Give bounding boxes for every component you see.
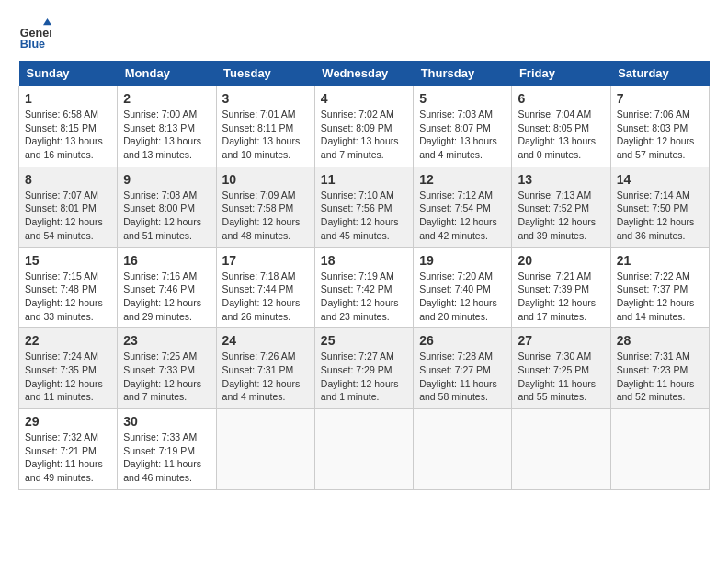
calendar-week-4: 22Sunrise: 7:24 AMSunset: 7:35 PMDayligh… bbox=[19, 328, 710, 409]
day-cell-6: 6Sunrise: 7:04 AMSunset: 8:05 PMDaylight… bbox=[512, 86, 610, 167]
day-number: 11 bbox=[321, 172, 407, 187]
day-number: 22 bbox=[25, 333, 111, 348]
day-info: Sunrise: 7:28 AMSunset: 7:27 PMDaylight:… bbox=[419, 350, 506, 404]
day-number: 24 bbox=[222, 333, 309, 348]
day-number: 9 bbox=[123, 172, 210, 187]
day-cell-26: 26Sunrise: 7:28 AMSunset: 7:27 PMDayligh… bbox=[414, 328, 512, 409]
day-number: 28 bbox=[617, 333, 703, 348]
day-cell-8: 8Sunrise: 7:07 AMSunset: 8:01 PMDaylight… bbox=[19, 167, 118, 247]
day-info: Sunrise: 7:07 AMSunset: 8:01 PMDaylight:… bbox=[25, 189, 111, 243]
weekday-tuesday: Tuesday bbox=[216, 61, 314, 86]
day-number: 7 bbox=[617, 91, 703, 106]
day-cell-9: 9Sunrise: 7:08 AMSunset: 8:00 PMDaylight… bbox=[118, 167, 216, 247]
calendar-body: 1Sunrise: 6:58 AMSunset: 8:15 PMDaylight… bbox=[19, 86, 710, 490]
day-info: Sunrise: 7:02 AMSunset: 8:09 PMDaylight:… bbox=[321, 108, 407, 162]
weekday-sunday: Sunday bbox=[19, 61, 118, 86]
day-cell-17: 17Sunrise: 7:18 AMSunset: 7:44 PMDayligh… bbox=[216, 247, 314, 328]
day-cell-12: 12Sunrise: 7:12 AMSunset: 7:54 PMDayligh… bbox=[414, 167, 512, 247]
weekday-wednesday: Wednesday bbox=[314, 61, 413, 86]
day-number: 6 bbox=[518, 91, 604, 106]
calendar-week-1: 1Sunrise: 6:58 AMSunset: 8:15 PMDaylight… bbox=[19, 86, 710, 167]
day-cell-16: 16Sunrise: 7:16 AMSunset: 7:46 PMDayligh… bbox=[118, 247, 216, 328]
day-info: Sunrise: 7:00 AMSunset: 8:13 PMDaylight:… bbox=[123, 108, 210, 162]
day-number: 16 bbox=[123, 253, 210, 268]
weekday-header-row: SundayMondayTuesdayWednesdayThursdayFrid… bbox=[19, 61, 710, 86]
day-cell-18: 18Sunrise: 7:19 AMSunset: 7:42 PMDayligh… bbox=[314, 247, 413, 328]
empty-cell bbox=[314, 409, 413, 490]
day-cell-21: 21Sunrise: 7:22 AMSunset: 7:37 PMDayligh… bbox=[610, 247, 709, 328]
day-info: Sunrise: 7:08 AMSunset: 8:00 PMDaylight:… bbox=[123, 189, 210, 243]
day-cell-28: 28Sunrise: 7:31 AMSunset: 7:23 PMDayligh… bbox=[610, 328, 709, 409]
day-info: Sunrise: 7:30 AMSunset: 7:25 PMDaylight:… bbox=[518, 350, 604, 404]
day-number: 19 bbox=[419, 253, 506, 268]
day-cell-3: 3Sunrise: 7:01 AMSunset: 8:11 PMDaylight… bbox=[216, 86, 314, 167]
day-cell-15: 15Sunrise: 7:15 AMSunset: 7:48 PMDayligh… bbox=[19, 247, 118, 328]
day-info: Sunrise: 7:26 AMSunset: 7:31 PMDaylight:… bbox=[222, 350, 309, 404]
calendar-week-3: 15Sunrise: 7:15 AMSunset: 7:48 PMDayligh… bbox=[19, 247, 710, 328]
empty-cell bbox=[216, 409, 314, 490]
day-number: 27 bbox=[518, 333, 604, 348]
day-cell-23: 23Sunrise: 7:25 AMSunset: 7:33 PMDayligh… bbox=[118, 328, 216, 409]
day-info: Sunrise: 7:22 AMSunset: 7:37 PMDaylight:… bbox=[617, 270, 703, 324]
empty-cell bbox=[512, 409, 610, 490]
day-info: Sunrise: 7:09 AMSunset: 7:58 PMDaylight:… bbox=[222, 189, 309, 243]
day-cell-14: 14Sunrise: 7:14 AMSunset: 7:50 PMDayligh… bbox=[610, 167, 709, 247]
day-cell-20: 20Sunrise: 7:21 AMSunset: 7:39 PMDayligh… bbox=[512, 247, 610, 328]
day-number: 18 bbox=[321, 253, 407, 268]
day-cell-10: 10Sunrise: 7:09 AMSunset: 7:58 PMDayligh… bbox=[216, 167, 314, 247]
day-info: Sunrise: 7:32 AMSunset: 7:21 PMDaylight:… bbox=[25, 431, 111, 485]
weekday-friday: Friday bbox=[512, 61, 610, 86]
day-cell-13: 13Sunrise: 7:13 AMSunset: 7:52 PMDayligh… bbox=[512, 167, 610, 247]
day-info: Sunrise: 7:27 AMSunset: 7:29 PMDaylight:… bbox=[321, 350, 407, 404]
day-info: Sunrise: 7:12 AMSunset: 7:54 PMDaylight:… bbox=[419, 189, 506, 243]
day-info: Sunrise: 6:58 AMSunset: 8:15 PMDaylight:… bbox=[25, 108, 111, 162]
day-info: Sunrise: 7:21 AMSunset: 7:39 PMDaylight:… bbox=[518, 270, 604, 324]
day-number: 25 bbox=[321, 333, 407, 348]
logo-icon: General Blue bbox=[18, 18, 51, 52]
calendar-table: SundayMondayTuesdayWednesdayThursdayFrid… bbox=[18, 61, 710, 490]
day-cell-25: 25Sunrise: 7:27 AMSunset: 7:29 PMDayligh… bbox=[314, 328, 413, 409]
day-info: Sunrise: 7:14 AMSunset: 7:50 PMDaylight:… bbox=[617, 189, 703, 243]
day-cell-29: 29Sunrise: 7:32 AMSunset: 7:21 PMDayligh… bbox=[19, 409, 118, 490]
logo: General Blue bbox=[18, 18, 55, 52]
day-number: 12 bbox=[419, 172, 506, 187]
day-number: 2 bbox=[123, 91, 210, 106]
day-info: Sunrise: 7:03 AMSunset: 8:07 PMDaylight:… bbox=[419, 108, 506, 162]
day-info: Sunrise: 7:20 AMSunset: 7:40 PMDaylight:… bbox=[419, 270, 506, 324]
calendar-week-2: 8Sunrise: 7:07 AMSunset: 8:01 PMDaylight… bbox=[19, 167, 710, 247]
day-number: 23 bbox=[123, 333, 210, 348]
day-cell-5: 5Sunrise: 7:03 AMSunset: 8:07 PMDaylight… bbox=[414, 86, 512, 167]
day-info: Sunrise: 7:15 AMSunset: 7:48 PMDaylight:… bbox=[25, 270, 111, 324]
day-cell-1: 1Sunrise: 6:58 AMSunset: 8:15 PMDaylight… bbox=[19, 86, 118, 167]
day-number: 29 bbox=[25, 414, 111, 429]
day-info: Sunrise: 7:13 AMSunset: 7:52 PMDaylight:… bbox=[518, 189, 604, 243]
day-info: Sunrise: 7:18 AMSunset: 7:44 PMDaylight:… bbox=[222, 270, 309, 324]
day-number: 20 bbox=[518, 253, 604, 268]
weekday-thursday: Thursday bbox=[414, 61, 512, 86]
day-number: 17 bbox=[222, 253, 309, 268]
day-number: 15 bbox=[25, 253, 111, 268]
day-cell-19: 19Sunrise: 7:20 AMSunset: 7:40 PMDayligh… bbox=[414, 247, 512, 328]
day-number: 26 bbox=[419, 333, 506, 348]
day-info: Sunrise: 7:31 AMSunset: 7:23 PMDaylight:… bbox=[617, 350, 703, 404]
empty-cell bbox=[610, 409, 709, 490]
day-cell-7: 7Sunrise: 7:06 AMSunset: 8:03 PMDaylight… bbox=[610, 86, 709, 167]
day-number: 21 bbox=[617, 253, 703, 268]
day-info: Sunrise: 7:33 AMSunset: 7:19 PMDaylight:… bbox=[123, 431, 210, 485]
day-cell-27: 27Sunrise: 7:30 AMSunset: 7:25 PMDayligh… bbox=[512, 328, 610, 409]
day-number: 8 bbox=[25, 172, 111, 187]
calendar-week-5: 29Sunrise: 7:32 AMSunset: 7:21 PMDayligh… bbox=[19, 409, 710, 490]
day-number: 1 bbox=[25, 91, 111, 106]
day-info: Sunrise: 7:04 AMSunset: 8:05 PMDaylight:… bbox=[518, 108, 604, 162]
day-info: Sunrise: 7:19 AMSunset: 7:42 PMDaylight:… bbox=[321, 270, 407, 324]
day-info: Sunrise: 7:24 AMSunset: 7:35 PMDaylight:… bbox=[25, 350, 111, 404]
svg-text:Blue: Blue bbox=[20, 38, 45, 51]
day-number: 30 bbox=[123, 414, 210, 429]
day-cell-30: 30Sunrise: 7:33 AMSunset: 7:19 PMDayligh… bbox=[118, 409, 216, 490]
svg-marker-2 bbox=[43, 18, 51, 25]
day-cell-11: 11Sunrise: 7:10 AMSunset: 7:56 PMDayligh… bbox=[314, 167, 413, 247]
day-number: 5 bbox=[419, 91, 506, 106]
empty-cell bbox=[414, 409, 512, 490]
day-cell-22: 22Sunrise: 7:24 AMSunset: 7:35 PMDayligh… bbox=[19, 328, 118, 409]
weekday-saturday: Saturday bbox=[610, 61, 709, 86]
